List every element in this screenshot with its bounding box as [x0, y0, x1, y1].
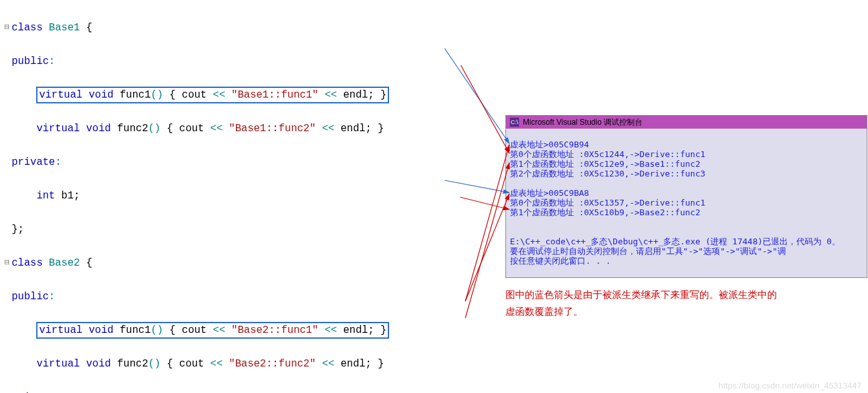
code-line: int b1;: [3, 187, 504, 205]
code-line: virtual void func2() { cout << "Base1::f…: [3, 120, 504, 138]
console-line: 虚表地址>005C9BA8: [510, 188, 589, 198]
console-line: 第1个虚函数地址 :0X5c12e9,->Base1::func2: [510, 159, 701, 169]
code-line: public:: [3, 53, 504, 70]
console-titlebar[interactable]: C:\ Microsoft Visual Studio 调试控制台: [506, 116, 867, 129]
code-line: };: [3, 221, 504, 239]
fold-icon[interactable]: ⊟: [3, 255, 12, 271]
highlighted-func: virtual void func1() { cout << "Base2::f…: [36, 322, 389, 339]
console-line: 要在调试停止时自动关闭控制台，请启用"工具"->"选项"->"调试"->"调: [510, 246, 786, 256]
console-line: 按任意键关闭此窗口. . .: [510, 256, 611, 266]
code-line: ⊟class Base1 {: [3, 19, 504, 37]
code-line: private:: [3, 389, 504, 394]
code-line: virtual void func1() { cout << "Base2::f…: [3, 322, 504, 339]
class-name: Base1: [49, 22, 80, 34]
annotation-line: 虚函数覆盖掉了。: [505, 303, 854, 320]
code-line: ⊟class Base2 {: [3, 255, 504, 272]
watermark: https://blog.csdn.net/weixin_45313447: [719, 381, 862, 390]
code-line: virtual void func2() { cout << "Base2::f…: [3, 356, 504, 373]
keyword-class: class: [12, 22, 49, 34]
code-line: public:: [3, 288, 504, 306]
keyword-private: private: [12, 156, 55, 168]
console-line: 第1个虚函数地址 :0X5c10b9,->Base2::func2: [510, 207, 701, 217]
annotation-line: 图中的蓝色箭头是由于被派生类继承下来重写的。被派生类中的: [505, 286, 854, 303]
keyword-public: public: [12, 56, 49, 67]
vs-icon: C:\: [510, 118, 519, 127]
console-line: 第0个虚函数地址 :0X5c1357,->Derive::func1: [510, 198, 705, 207]
console-line: 第0个虚函数地址 :0X5c1244,->Derive::func1: [510, 149, 705, 159]
debug-console-window: C:\ Microsoft Visual Studio 调试控制台 虚表地址>0…: [505, 115, 867, 278]
highlighted-func: virtual void func1() { cout << "Base1::f…: [36, 87, 389, 103]
console-line: E:\C++_code\c++_多态\Debug\c++_多态.exe (进程 …: [510, 237, 840, 246]
console-line: 虚表地址>005C9B94: [510, 140, 589, 149]
class-name: Base2: [49, 257, 80, 269]
code-line: private:: [3, 154, 504, 171]
code-line: virtual void func1() { cout << "Base1::f…: [3, 87, 504, 104]
fold-icon[interactable]: ⊟: [3, 19, 12, 36]
console-line: 第2个虚函数地址 :0X5c1230,->Derive::func3: [510, 169, 705, 178]
code-editor: ⊟class Base1 { public: virtual void func…: [0, 0, 504, 393]
console-title-text: Microsoft Visual Studio 调试控制台: [523, 117, 642, 128]
console-output: 虚表地址>005C9B94 第0个虚函数地址 :0X5c1244,->Deriv…: [506, 129, 867, 277]
annotation-text: 图中的蓝色箭头是由于被派生类继承下来重写的。被派生类中的 虚函数覆盖掉了。: [505, 286, 854, 320]
